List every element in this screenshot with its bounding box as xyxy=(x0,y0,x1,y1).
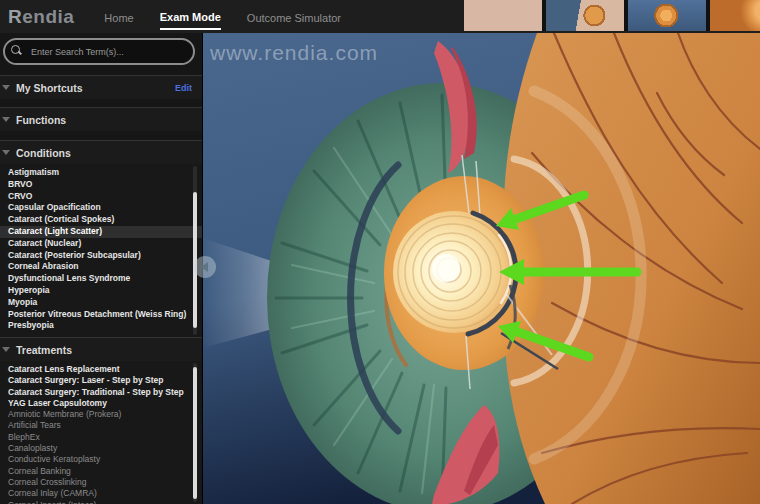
treatment-item[interactable]: Canaloplasty xyxy=(0,443,202,454)
chevron-down-icon xyxy=(2,117,10,122)
section-title: Treatments xyxy=(16,344,72,356)
section-my-shortcuts[interactable]: My Shortcuts Edit xyxy=(0,75,202,99)
treatment-item[interactable]: BlephEx xyxy=(0,432,202,443)
treatment-item[interactable]: Corneal Crosslinking xyxy=(0,477,202,488)
thumbnail-eyeball-3d[interactable] xyxy=(628,0,706,31)
treatment-item[interactable]: Corneal Inlay (CAMRA) xyxy=(0,488,202,499)
treatment-item[interactable]: Corneal Inserts (Intacs) xyxy=(0,500,202,504)
thumbnail-eye-closeup[interactable] xyxy=(710,0,760,31)
chevron-down-icon xyxy=(2,150,10,155)
section-treatments[interactable]: Treatments xyxy=(0,337,202,361)
conditions-scrollbar[interactable] xyxy=(193,166,197,335)
thumbnail-profile-cross-section[interactable] xyxy=(546,0,624,31)
top-navigation-bar: Rendia Home Exam Mode Outcome Simulator xyxy=(0,0,760,33)
main-nav: Home Exam Mode Outcome Simulator xyxy=(104,4,341,30)
treatment-item[interactable]: Conductive Keratoplasty xyxy=(0,454,202,465)
treatment-item[interactable]: Cataract Surgery: Traditional - Step by … xyxy=(0,387,202,398)
treatment-item[interactable]: Artificial Tears xyxy=(0,420,202,431)
chevron-left-icon xyxy=(201,262,208,272)
search-box xyxy=(3,38,195,65)
scrollbar-thumb[interactable] xyxy=(193,367,197,499)
eye-cross-section-render xyxy=(202,33,760,504)
condition-item[interactable]: Dysfunctional Lens Syndrome xyxy=(0,273,202,285)
condition-item[interactable]: Astigmatism xyxy=(0,167,202,179)
condition-item[interactable]: Cataract (Cortical Spokes) xyxy=(0,214,202,226)
search-input[interactable] xyxy=(3,38,195,65)
exam-3d-viewport[interactable]: www.rendia.com xyxy=(202,33,760,504)
condition-item[interactable]: Posterior Vitreous Detachment (Weiss Rin… xyxy=(0,309,202,321)
rendia-logo: Rendia xyxy=(8,6,74,28)
nav-home[interactable]: Home xyxy=(104,5,133,29)
chevron-down-icon xyxy=(2,347,10,352)
rendia-app: Rendia Home Exam Mode Outcome Simulator … xyxy=(0,0,760,504)
treatment-item[interactable]: Corneal Banking xyxy=(0,466,202,477)
treatment-item[interactable]: YAG Laser Capsulotomy xyxy=(0,398,202,409)
nav-outcome-simulator[interactable]: Outcome Simulator xyxy=(247,5,341,29)
condition-item[interactable]: Hyperopia xyxy=(0,285,202,297)
sidebar-collapse-button[interactable] xyxy=(194,256,216,278)
condition-item[interactable]: BRVO xyxy=(0,179,202,191)
edit-shortcuts-link[interactable]: Edit xyxy=(175,83,192,93)
treatment-item[interactable]: Amniotic Membrane (Prokera) xyxy=(0,409,202,420)
condition-item[interactable]: Presbyopia xyxy=(0,320,202,332)
treatments-scrollbar[interactable] xyxy=(193,363,197,502)
condition-item[interactable]: Cataract (Posterior Subcapsular) xyxy=(0,250,202,262)
condition-item[interactable]: Cataract (Light Scatter) xyxy=(0,226,202,238)
treatment-item[interactable]: Cataract Lens Replacement xyxy=(0,364,202,375)
nav-exam-mode[interactable]: Exam Mode xyxy=(160,4,221,30)
section-conditions[interactable]: Conditions xyxy=(0,140,202,164)
sidebar: My Shortcuts Edit Functions Conditions A… xyxy=(0,33,203,504)
section-title: Conditions xyxy=(16,147,71,159)
watermark-text: www.rendia.com xyxy=(210,41,378,65)
condition-item[interactable]: Cataract (Nuclear) xyxy=(0,238,202,250)
treatments-list: Cataract Lens Replacement Cataract Surge… xyxy=(0,361,202,504)
section-title: My Shortcuts xyxy=(16,82,83,94)
section-title: Functions xyxy=(16,114,66,126)
view-preset-thumbnails xyxy=(464,0,760,31)
conditions-list: Astigmatism BRVO CRVO Capsular Opacifica… xyxy=(0,164,202,337)
chevron-down-icon xyxy=(2,85,10,90)
thumbnail-external-eye[interactable] xyxy=(464,0,542,31)
section-functions[interactable]: Functions xyxy=(0,107,202,131)
treatment-item[interactable]: Cataract Surgery: Laser - Step by Step xyxy=(0,375,202,386)
condition-item[interactable]: Corneal Abrasion xyxy=(0,261,202,273)
condition-item[interactable]: Myopia xyxy=(0,297,202,309)
condition-item[interactable]: Capsular Opacification xyxy=(0,202,202,214)
condition-item[interactable]: CRVO xyxy=(0,191,202,203)
